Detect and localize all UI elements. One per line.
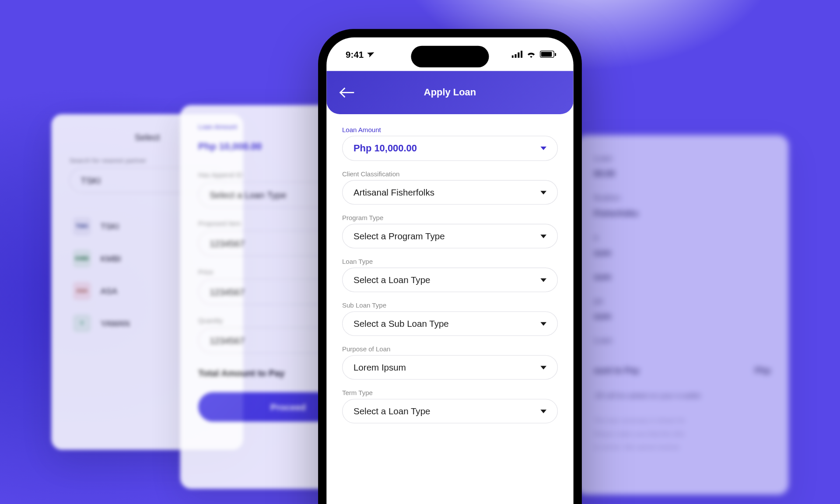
chevron-down-icon <box>540 191 546 194</box>
sub-loan-type-field: Sub Loan Type Select a Sub Loan Type <box>342 302 558 336</box>
term-type-field: Term Type Select a Loan Type <box>342 389 558 424</box>
field-label: Program Type <box>342 214 558 221</box>
purpose-of-loan-select[interactable]: Lorem Ipsum <box>342 355 558 380</box>
field-label: Loan Type <box>342 258 558 265</box>
search-value: TSKI <box>81 175 101 186</box>
field-label: Term Type <box>342 389 558 396</box>
chevron-down-icon <box>540 322 546 326</box>
summary-total-label: ount to Pay <box>594 365 639 375</box>
field-label: Client Classification <box>342 171 558 178</box>
chevron-down-icon <box>540 234 546 238</box>
program-type-field: Program Type Select a Program Type <box>342 214 558 248</box>
chevron-down-icon <box>540 147 546 150</box>
field-label: Sub Loan Type <box>342 302 558 309</box>
signal-icon <box>512 49 523 59</box>
phone-mockup: 9:41 Apply Loan <box>318 29 582 504</box>
phone-screen: 9:41 Apply Loan <box>326 38 573 504</box>
chevron-down-icon <box>540 366 546 369</box>
wifi-icon <box>526 49 536 59</box>
summary-loan-label: Loan <box>594 153 770 163</box>
loan-amount-select[interactable]: Php 10,000.00 <box>342 136 558 161</box>
summary-total-value: Php <box>755 365 770 375</box>
chevron-down-icon <box>540 278 546 282</box>
term-type-select[interactable]: Select a Loan Type <box>342 399 558 424</box>
loan-type-field: Loan Type Select a Loan Type <box>342 258 558 292</box>
status-time: 9:41 <box>346 49 364 59</box>
page-title: Apply Loan <box>326 87 573 98</box>
partner-name: YAMAN <box>101 318 130 328</box>
svg-rect-2 <box>518 52 519 57</box>
partner-name: ASA <box>101 286 117 296</box>
svg-rect-3 <box>521 50 522 57</box>
summary-card: Loan 00.00 fication Fisherfolks e sum su… <box>576 135 788 495</box>
svg-rect-1 <box>514 54 516 57</box>
partner-name: TSKI <box>101 221 119 231</box>
partner-icon-asa: ASA <box>73 282 91 300</box>
phone-notch <box>411 46 489 67</box>
summary-amount: 00.00 <box>594 169 770 178</box>
partner-name: KMBI <box>101 254 121 263</box>
field-label: Loan Amount <box>342 126 558 133</box>
summary-classification-label: fication <box>594 192 770 202</box>
partner-icon-kmbi: KMBI <box>73 250 91 268</box>
apply-loan-form: Loan Amount Php 10,000.00 Client Classif… <box>326 114 573 445</box>
program-type-select[interactable]: Select a Program Type <box>342 224 558 248</box>
field-label: Purpose of Loan <box>342 346 558 353</box>
client-classification-field: Client Classification Artisanal Fisherfo… <box>342 171 558 205</box>
purpose-of-loan-field: Purpose of Loan Lorem Ipsum <box>342 346 558 380</box>
loan-type-select[interactable]: Select a Loan Type <box>342 268 558 292</box>
app-header: Apply Loan <box>326 71 573 114</box>
partner-icon-tski: TSKI <box>73 217 91 235</box>
partner-icon-yaman: Y <box>73 314 91 332</box>
sub-loan-type-select[interactable]: Select a Sub Loan Type <box>342 312 558 336</box>
location-icon <box>364 48 375 60</box>
chevron-down-icon <box>540 410 546 413</box>
summary-classification: Fisherfolks <box>594 208 770 218</box>
stage: Select Search for nearest partner TSKI T… <box>0 0 840 504</box>
loan-amount-field: Loan Amount Php 10,000.00 <box>342 126 558 161</box>
battery-icon <box>540 51 554 58</box>
svg-rect-0 <box>512 55 514 57</box>
client-classification-select[interactable]: Artisanal Fisherfolks <box>342 180 558 205</box>
